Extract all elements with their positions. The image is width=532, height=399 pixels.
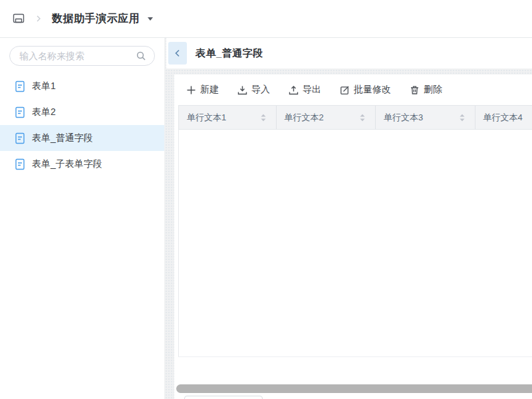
sidebar: 表单1 表单2 表单_普通字段 [0, 38, 164, 399]
toolbar: 新建 导入 导出 批量修 [174, 74, 532, 105]
chevron-right-icon [35, 15, 43, 23]
search-input[interactable] [18, 50, 132, 62]
sidebar-item-label: 表单1 [32, 80, 56, 92]
search-icon[interactable] [136, 51, 146, 61]
plus-icon [186, 85, 196, 95]
import-button-label: 导入 [251, 84, 270, 96]
column-label: 单行文本1 [187, 112, 226, 124]
data-table: 单行文本1 单行文本2 单行文本3 [178, 105, 532, 357]
batch-edit-button-label: 批量修改 [354, 84, 391, 96]
import-button[interactable]: 导入 [237, 84, 270, 96]
content-card: 新建 导入 导出 批量修 [174, 74, 532, 399]
caret-down-icon[interactable] [146, 15, 154, 23]
monitor-icon[interactable] [12, 12, 25, 25]
table-body-empty [178, 130, 532, 357]
new-button[interactable]: 新建 [186, 84, 219, 96]
sort-icon[interactable] [260, 113, 267, 122]
export-icon [289, 85, 299, 95]
column-label: 单行文本4 [483, 112, 523, 124]
sidebar-item-label: 表单_普通字段 [32, 132, 93, 144]
table-header-row: 单行文本1 单行文本2 单行文本3 [178, 105, 532, 130]
horizontal-scrollbar[interactable] [176, 384, 532, 393]
delete-button[interactable]: 删除 [410, 84, 442, 96]
sidebar-item-label: 表单_子表单字段 [32, 158, 102, 170]
sidebar-item-form1[interactable]: 表单1 [0, 73, 164, 99]
sort-icon[interactable] [459, 113, 466, 122]
page-title: 表单_普通字段 [196, 47, 263, 60]
column-label: 单行文本2 [285, 112, 324, 124]
document-icon [15, 80, 25, 92]
batch-edit-button[interactable]: 批量修改 [340, 84, 391, 96]
sort-icon[interactable] [359, 113, 366, 122]
column-label: 单行文本3 [384, 112, 423, 124]
document-icon [15, 106, 25, 118]
sidebar-item-form-subform-fields[interactable]: 表单_子表单字段 [0, 151, 164, 177]
search-box [9, 46, 155, 66]
column-header-text2[interactable]: 单行文本2 [277, 106, 376, 129]
document-icon [15, 158, 25, 170]
form-list: 表单1 表单2 表单_普通字段 [0, 73, 164, 177]
column-header-text1[interactable]: 单行文本1 [179, 106, 277, 129]
chevron-left-icon [173, 49, 182, 58]
top-bar: 数据助手演示应用 [0, 0, 532, 38]
column-header-text3[interactable]: 单行文本3 [376, 106, 475, 129]
export-button[interactable]: 导出 [289, 84, 321, 96]
back-button[interactable] [168, 42, 187, 65]
document-icon [15, 132, 25, 144]
page-header: 表单_普通字段 [166, 38, 532, 68]
sidebar-item-form2[interactable]: 表单2 [0, 99, 164, 125]
app-title[interactable]: 数据助手演示应用 [52, 12, 140, 26]
pagination-control-cutoff[interactable] [184, 396, 263, 399]
trash-icon [410, 85, 420, 95]
sidebar-item-label: 表单2 [32, 106, 56, 118]
column-header-text4[interactable]: 单行文本4 [475, 106, 532, 129]
new-button-label: 新建 [200, 84, 219, 96]
edit-square-icon [340, 85, 350, 95]
delete-button-label: 删除 [424, 84, 442, 96]
export-button-label: 导出 [303, 84, 321, 96]
sidebar-item-form-normal-fields[interactable]: 表单_普通字段 [0, 125, 164, 151]
import-icon [237, 85, 247, 95]
